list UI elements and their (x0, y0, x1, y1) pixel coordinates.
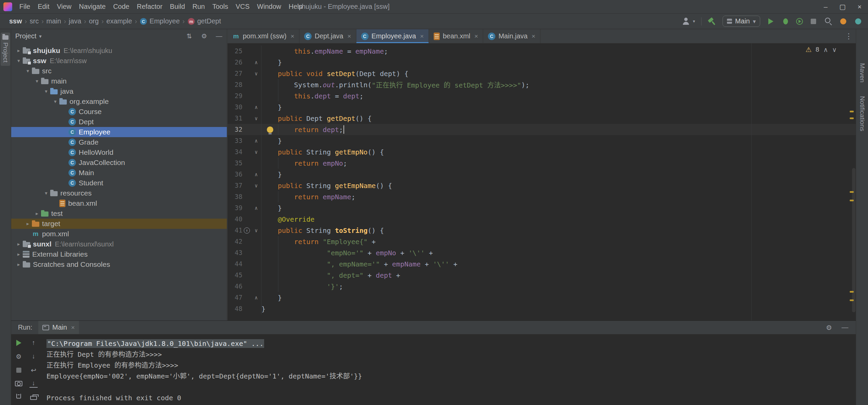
settings-gear-icon[interactable] (200, 32, 208, 40)
tree-item-course[interactable]: CCourse (11, 107, 227, 117)
override-marker-icon[interactable]: ↑ (242, 225, 251, 236)
code-line-25[interactable]: 25 this.empName = empName; (228, 45, 856, 57)
tab-options-kebab-icon[interactable] (845, 29, 852, 43)
tree-item-dept[interactable]: CDept (11, 117, 227, 127)
code-line-40[interactable]: 40 @Override (228, 214, 856, 225)
breadcrumb-item-example[interactable]: example (105, 17, 134, 26)
breadcrumb-item-ssw[interactable]: ssw (7, 17, 24, 26)
tree-item-sunxl[interactable]: ▸sunxlE:\learn\sunxl\sunxl (11, 239, 227, 249)
tree-item-org-example[interactable]: ▾org.example (11, 96, 227, 107)
warning-stripe-mark[interactable] (850, 200, 854, 201)
screenshot-icon[interactable] (15, 381, 22, 386)
hide-panel-icon[interactable] (842, 324, 848, 332)
fold-marker-icon[interactable]: ∨ (251, 68, 261, 79)
warning-stripe-mark[interactable] (850, 291, 854, 293)
code-line-44[interactable]: 44 ", empName='" + empName + '\'' + (228, 258, 856, 270)
tree-item-main[interactable]: CMain (11, 168, 227, 178)
code-line-48[interactable]: 48} (228, 303, 856, 314)
tree-item-student[interactable]: CStudent (11, 178, 227, 188)
menu-refactor[interactable]: Refactor (133, 0, 166, 13)
menu-window[interactable]: Window (253, 0, 285, 13)
menu-build[interactable]: Build (166, 0, 189, 13)
warning-stripe-mark[interactable] (850, 117, 854, 119)
tree-chevron-icon[interactable]: ▾ (42, 88, 50, 94)
code-line-33[interactable]: 33∧ } (228, 135, 856, 146)
tree-item-java[interactable]: ▾java (11, 86, 227, 96)
tree-chevron-icon[interactable]: ▾ (24, 68, 32, 74)
scroll-to-end-icon[interactable] (29, 380, 38, 388)
code-line-30[interactable]: 30∧ } (228, 102, 856, 113)
clear-console-icon[interactable] (16, 394, 21, 399)
code-line-34[interactable]: 34∨ public String getEmpNo() { (228, 146, 856, 158)
tree-chevron-icon[interactable]: ▾ (33, 78, 41, 84)
settings-gear-icon[interactable] (826, 324, 832, 332)
tree-item-resources[interactable]: ▾resources (11, 188, 227, 198)
fold-marker-icon[interactable]: ∨ (251, 146, 261, 158)
minimize-icon[interactable]: – (817, 0, 834, 14)
code-editor[interactable]: 25 this.empName = empName;26∧ }27∨ publi… (228, 43, 856, 320)
menu-navigate[interactable]: Navigate (75, 0, 110, 13)
tree-chevron-icon[interactable]: ▸ (15, 48, 23, 54)
breadcrumb-item-employee[interactable]: CEmployee (138, 17, 181, 26)
user-account-icon[interactable] (682, 17, 691, 26)
close-icon[interactable]: × (291, 33, 294, 40)
close-icon[interactable]: × (71, 324, 75, 331)
down-arrow-icon[interactable] (29, 352, 38, 361)
debug-bug-icon[interactable] (781, 17, 790, 26)
fold-marker-icon[interactable]: ∧ (251, 202, 261, 214)
run-icon[interactable] (766, 17, 775, 26)
menu-code[interactable]: Code (110, 0, 133, 13)
tree-item-javacollection[interactable]: CJavaCollection (11, 158, 227, 168)
build-hammer-icon[interactable] (706, 15, 718, 27)
print-icon[interactable] (30, 396, 37, 400)
fold-marker-icon[interactable]: ∧ (251, 57, 261, 68)
tree-item-src[interactable]: ▾src (11, 66, 227, 76)
menu-vcs[interactable]: VCS (232, 0, 253, 13)
code-line-36[interactable]: 36∧ } (228, 169, 856, 180)
breadcrumb-item-src[interactable]: src (28, 17, 40, 26)
gradle-indicator-icon[interactable] (854, 17, 863, 26)
rerun-icon[interactable] (15, 339, 23, 347)
close-icon[interactable]: × (851, 0, 868, 14)
tree-item-bean-xml[interactable]: bean.xml (11, 198, 227, 208)
code-line-32[interactable]: 32 return dept; (228, 124, 856, 135)
project-stripe-tab[interactable]: Project (1, 33, 10, 66)
code-line-28[interactable]: 28 System.out.println("正在执行 Employee 的 s… (228, 79, 856, 90)
settings-wrench-icon[interactable] (15, 352, 23, 361)
fold-marker-icon[interactable]: ∧ (251, 292, 261, 303)
maximize-icon[interactable]: ▢ (834, 0, 851, 14)
editor-scrollbar[interactable] (852, 168, 855, 312)
editor-tab-bean-xml[interactable]: bean.xml× (429, 29, 483, 43)
fold-marker-icon[interactable]: ∨ (251, 225, 261, 236)
code-line-38[interactable]: 38 return empName; (228, 191, 856, 202)
stop-icon[interactable] (15, 366, 23, 374)
tree-chevron-icon[interactable]: ▸ (24, 221, 32, 227)
project-panel-title[interactable]: Project (15, 32, 36, 40)
code-line-35[interactable]: 35 return empNo; (228, 158, 856, 169)
tree-chevron-icon[interactable]: ▸ (15, 251, 23, 257)
editor-tab-employee-java[interactable]: CEmployee.java× (356, 29, 429, 43)
code-line-42[interactable]: 42 return "Employee{" + (228, 236, 856, 247)
breadcrumb-item-org[interactable]: org (87, 17, 100, 26)
code-line-46[interactable]: 46 '}'; (228, 281, 856, 292)
tree-item-target[interactable]: ▸target (11, 219, 227, 229)
fold-marker-icon[interactable]: ∨ (251, 113, 261, 124)
close-icon[interactable]: × (420, 33, 424, 40)
prev-problem-icon[interactable]: ∧ (823, 46, 828, 54)
tree-item-shujuku[interactable]: ▸shujukuE:\learn\shujuku (11, 45, 227, 56)
fold-marker-icon[interactable]: ∧ (251, 102, 261, 113)
coverage-icon[interactable] (796, 18, 803, 25)
menu-tools[interactable]: Tools (209, 0, 232, 13)
notifications-stripe-tab[interactable]: Notifications (859, 96, 866, 131)
code-line-29[interactable]: 29 this.dept = dept; (228, 90, 856, 102)
tree-item-external-libraries[interactable]: ▸External Libraries (11, 249, 227, 259)
hide-panel-icon[interactable] (215, 32, 223, 40)
console-output[interactable]: "C:\Program Files\Java\jdk1.8.0_101\bin\… (46, 335, 856, 405)
tree-item-grade[interactable]: CGrade (11, 137, 227, 147)
update-indicator-icon[interactable] (839, 17, 848, 26)
breadcrumb-item-getdept[interactable]: mgetDept (186, 17, 223, 26)
tree-item-test[interactable]: ▸test (11, 208, 227, 219)
maven-stripe-tab[interactable]: Maven (859, 63, 866, 82)
fold-marker-icon[interactable]: ∧ (251, 169, 261, 180)
code-line-37[interactable]: 37∨ public String getEmpName() { (228, 180, 856, 191)
